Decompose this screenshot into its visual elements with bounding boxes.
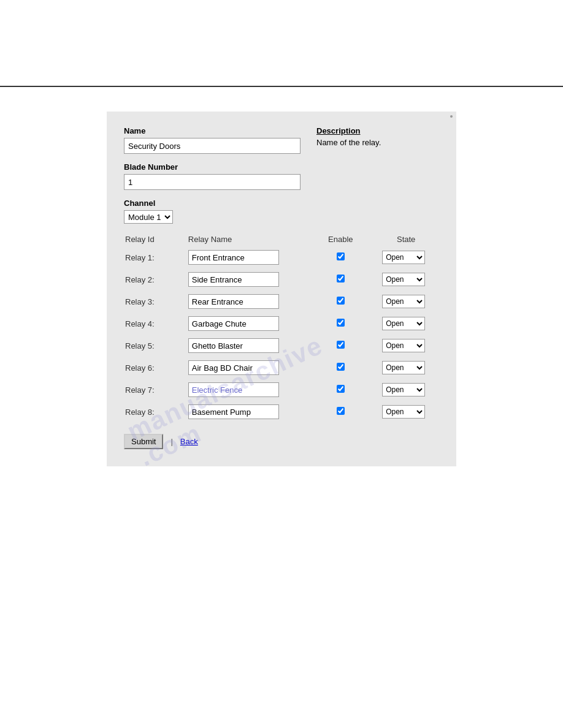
relay-state-select-2[interactable]: OpenClosed (382, 273, 425, 286)
relay-enable-cell-4 (313, 313, 368, 335)
col-header-relay-name: Relay Name (187, 232, 313, 246)
col-header-enable: Enable (313, 232, 368, 246)
relay-enable-checkbox-8[interactable] (337, 407, 345, 415)
relay-state-select-1[interactable]: OpenClosed (382, 251, 425, 264)
blade-number-input[interactable] (124, 174, 301, 190)
table-row: Relay 3:OpenClosed (124, 290, 439, 313)
relay-enable-cell-2 (313, 268, 368, 290)
channel-row: Channel Module 1 Module 2 Module 3 (124, 199, 439, 224)
relay-name-input-2[interactable] (188, 272, 279, 287)
relay-enable-cell-6 (313, 357, 368, 379)
relay-name-input-1[interactable] (188, 250, 279, 265)
relay-state-cell-4: OpenClosed (368, 313, 439, 335)
relay-enable-checkbox-1[interactable] (337, 252, 345, 260)
relay-enable-checkbox-7[interactable] (337, 385, 345, 393)
relay-enable-cell-5 (313, 335, 368, 357)
relay-state-cell-2: OpenClosed (368, 268, 439, 290)
relay-id-3: Relay 3: (124, 290, 187, 313)
blade-number-label: Blade Number (124, 162, 439, 172)
relay-enable-checkbox-6[interactable] (337, 363, 345, 371)
relay-name-input-7[interactable] (188, 382, 279, 397)
col-header-state: State (368, 232, 439, 246)
top-right-dot (450, 115, 453, 118)
relay-state-select-8[interactable]: OpenClosed (382, 405, 425, 419)
relay-id-5: Relay 5: (124, 335, 187, 357)
relay-enable-checkbox-3[interactable] (337, 297, 345, 305)
relay-state-select-5[interactable]: OpenClosed (382, 339, 425, 352)
relay-enable-cell-7 (313, 379, 368, 401)
relay-id-4: Relay 4: (124, 313, 187, 335)
submit-button[interactable]: Submit (124, 434, 163, 449)
table-row: Relay 2:OpenClosed (124, 268, 439, 290)
form-panel: Description Name of the relay. Name Blad… (107, 112, 456, 466)
relay-state-cell-1: OpenClosed (368, 246, 439, 268)
relay-enable-cell-1 (313, 246, 368, 268)
relay-state-cell-3: OpenClosed (368, 290, 439, 313)
relay-enable-checkbox-2[interactable] (337, 275, 345, 282)
col-header-relay-id: Relay Id (124, 232, 187, 246)
relay-name-cell-4 (187, 313, 313, 335)
relay-name-input-4[interactable] (188, 316, 279, 331)
relay-name-cell-5 (187, 335, 313, 357)
channel-select[interactable]: Module 1 Module 2 Module 3 (124, 210, 173, 224)
relay-state-select-4[interactable]: OpenClosed (382, 317, 425, 330)
table-row: Relay 4:OpenClosed (124, 313, 439, 335)
relay-name-input-6[interactable] (188, 360, 279, 375)
relay-name-cell-1 (187, 246, 313, 268)
table-row: Relay 8:OpenClosed (124, 401, 439, 423)
table-row: Relay 5:OpenClosed (124, 335, 439, 357)
relay-state-select-6[interactable]: OpenClosed (382, 361, 425, 374)
relay-state-select-3[interactable]: OpenClosed (382, 295, 425, 308)
relay-state-select-7[interactable]: OpenClosed (382, 383, 425, 396)
relay-id-7: Relay 7: (124, 379, 187, 401)
relay-name-cell-3 (187, 290, 313, 313)
channel-label: Channel (124, 199, 439, 208)
back-link[interactable]: Back (180, 437, 198, 446)
description-text: Name of the relay. (316, 138, 439, 147)
description-box: Description Name of the relay. (316, 126, 439, 147)
relay-id-8: Relay 8: (124, 401, 187, 423)
table-row: Relay 6:OpenClosed (124, 357, 439, 379)
relay-name-input-8[interactable] (188, 404, 279, 419)
relay-enable-checkbox-5[interactable] (337, 341, 345, 349)
relay-state-cell-8: OpenClosed (368, 401, 439, 423)
separator: | (170, 437, 172, 446)
table-row: Relay 7:OpenClosed (124, 379, 439, 401)
submit-row: Submit | Back (124, 434, 439, 449)
relay-enable-checkbox-4[interactable] (337, 319, 345, 327)
relay-enable-cell-8 (313, 401, 368, 423)
relay-id-2: Relay 2: (124, 268, 187, 290)
name-input[interactable] (124, 138, 301, 154)
main-container: Description Name of the relay. Name Blad… (0, 87, 563, 491)
relay-table: Relay Id Relay Name Enable State Relay 1… (124, 232, 439, 423)
relay-name-input-3[interactable] (188, 294, 279, 309)
relay-name-cell-8 (187, 401, 313, 423)
relay-name-cell-6 (187, 357, 313, 379)
relay-state-cell-6: OpenClosed (368, 357, 439, 379)
table-row: Relay 1:OpenClosed (124, 246, 439, 268)
relay-id-6: Relay 6: (124, 357, 187, 379)
relay-id-1: Relay 1: (124, 246, 187, 268)
relay-name-input-5[interactable] (188, 338, 279, 353)
relay-name-cell-2 (187, 268, 313, 290)
description-title: Description (316, 126, 439, 135)
blade-number-row: Blade Number (124, 162, 439, 190)
relay-name-cell-7 (187, 379, 313, 401)
relay-state-cell-5: OpenClosed (368, 335, 439, 357)
relay-enable-cell-3 (313, 290, 368, 313)
relay-state-cell-7: OpenClosed (368, 379, 439, 401)
